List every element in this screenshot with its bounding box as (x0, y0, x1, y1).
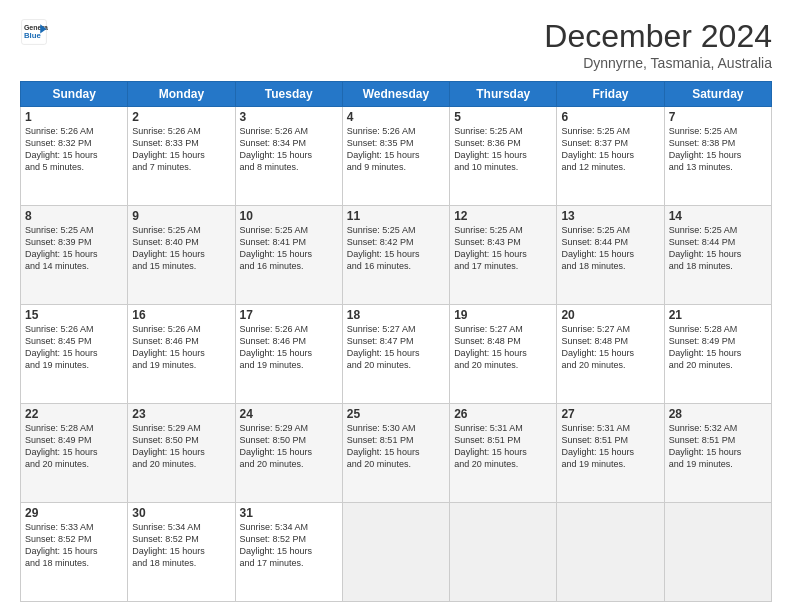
day-number: 19 (454, 308, 552, 322)
day-number: 21 (669, 308, 767, 322)
day-info: Sunrise: 5:32 AM Sunset: 8:51 PM Dayligh… (669, 422, 767, 471)
day-number: 7 (669, 110, 767, 124)
day-info: Sunrise: 5:25 AM Sunset: 8:36 PM Dayligh… (454, 125, 552, 174)
calendar-cell: 1Sunrise: 5:26 AM Sunset: 8:32 PM Daylig… (21, 107, 128, 206)
calendar-cell (342, 503, 449, 602)
day-info: Sunrise: 5:34 AM Sunset: 8:52 PM Dayligh… (132, 521, 230, 570)
day-number: 2 (132, 110, 230, 124)
logo-icon: General Blue (20, 18, 48, 46)
calendar-cell (557, 503, 664, 602)
calendar-cell: 6Sunrise: 5:25 AM Sunset: 8:37 PM Daylig… (557, 107, 664, 206)
day-number: 1 (25, 110, 123, 124)
day-info: Sunrise: 5:29 AM Sunset: 8:50 PM Dayligh… (240, 422, 338, 471)
day-number: 29 (25, 506, 123, 520)
week-row-1: 1Sunrise: 5:26 AM Sunset: 8:32 PM Daylig… (21, 107, 772, 206)
day-number: 12 (454, 209, 552, 223)
calendar-cell: 25Sunrise: 5:30 AM Sunset: 8:51 PM Dayli… (342, 404, 449, 503)
calendar-cell: 2Sunrise: 5:26 AM Sunset: 8:33 PM Daylig… (128, 107, 235, 206)
day-info: Sunrise: 5:25 AM Sunset: 8:38 PM Dayligh… (669, 125, 767, 174)
calendar-cell: 27Sunrise: 5:31 AM Sunset: 8:51 PM Dayli… (557, 404, 664, 503)
day-number: 10 (240, 209, 338, 223)
calendar-cell: 24Sunrise: 5:29 AM Sunset: 8:50 PM Dayli… (235, 404, 342, 503)
day-number: 17 (240, 308, 338, 322)
calendar-cell: 29Sunrise: 5:33 AM Sunset: 8:52 PM Dayli… (21, 503, 128, 602)
calendar-cell: 26Sunrise: 5:31 AM Sunset: 8:51 PM Dayli… (450, 404, 557, 503)
weekday-header-saturday: Saturday (664, 82, 771, 107)
day-info: Sunrise: 5:27 AM Sunset: 8:48 PM Dayligh… (454, 323, 552, 372)
day-info: Sunrise: 5:26 AM Sunset: 8:46 PM Dayligh… (132, 323, 230, 372)
day-info: Sunrise: 5:26 AM Sunset: 8:34 PM Dayligh… (240, 125, 338, 174)
day-number: 8 (25, 209, 123, 223)
calendar-cell: 22Sunrise: 5:28 AM Sunset: 8:49 PM Dayli… (21, 404, 128, 503)
day-info: Sunrise: 5:26 AM Sunset: 8:46 PM Dayligh… (240, 323, 338, 372)
day-number: 31 (240, 506, 338, 520)
svg-text:Blue: Blue (24, 31, 42, 40)
day-number: 20 (561, 308, 659, 322)
day-info: Sunrise: 5:33 AM Sunset: 8:52 PM Dayligh… (25, 521, 123, 570)
day-info: Sunrise: 5:25 AM Sunset: 8:40 PM Dayligh… (132, 224, 230, 273)
page: General Blue December 2024 Dynnyrne, Tas… (0, 0, 792, 612)
calendar-cell: 9Sunrise: 5:25 AM Sunset: 8:40 PM Daylig… (128, 206, 235, 305)
day-number: 13 (561, 209, 659, 223)
weekday-header-friday: Friday (557, 82, 664, 107)
title-block: December 2024 Dynnyrne, Tasmania, Austra… (544, 18, 772, 71)
calendar-cell: 28Sunrise: 5:32 AM Sunset: 8:51 PM Dayli… (664, 404, 771, 503)
day-info: Sunrise: 5:26 AM Sunset: 8:32 PM Dayligh… (25, 125, 123, 174)
day-number: 6 (561, 110, 659, 124)
day-info: Sunrise: 5:27 AM Sunset: 8:48 PM Dayligh… (561, 323, 659, 372)
week-row-5: 29Sunrise: 5:33 AM Sunset: 8:52 PM Dayli… (21, 503, 772, 602)
weekday-header-monday: Monday (128, 82, 235, 107)
calendar-cell: 23Sunrise: 5:29 AM Sunset: 8:50 PM Dayli… (128, 404, 235, 503)
calendar-cell (450, 503, 557, 602)
day-number: 11 (347, 209, 445, 223)
day-number: 9 (132, 209, 230, 223)
day-info: Sunrise: 5:25 AM Sunset: 8:43 PM Dayligh… (454, 224, 552, 273)
weekday-header-thursday: Thursday (450, 82, 557, 107)
day-number: 24 (240, 407, 338, 421)
calendar-cell: 5Sunrise: 5:25 AM Sunset: 8:36 PM Daylig… (450, 107, 557, 206)
day-info: Sunrise: 5:25 AM Sunset: 8:41 PM Dayligh… (240, 224, 338, 273)
day-number: 22 (25, 407, 123, 421)
day-number: 5 (454, 110, 552, 124)
calendar-cell: 20Sunrise: 5:27 AM Sunset: 8:48 PM Dayli… (557, 305, 664, 404)
day-info: Sunrise: 5:29 AM Sunset: 8:50 PM Dayligh… (132, 422, 230, 471)
day-number: 3 (240, 110, 338, 124)
month-title: December 2024 (544, 18, 772, 55)
calendar-table: SundayMondayTuesdayWednesdayThursdayFrid… (20, 81, 772, 602)
day-number: 18 (347, 308, 445, 322)
day-info: Sunrise: 5:26 AM Sunset: 8:33 PM Dayligh… (132, 125, 230, 174)
day-number: 15 (25, 308, 123, 322)
day-number: 26 (454, 407, 552, 421)
calendar-cell: 19Sunrise: 5:27 AM Sunset: 8:48 PM Dayli… (450, 305, 557, 404)
weekday-header-tuesday: Tuesday (235, 82, 342, 107)
location-subtitle: Dynnyrne, Tasmania, Australia (544, 55, 772, 71)
week-row-2: 8Sunrise: 5:25 AM Sunset: 8:39 PM Daylig… (21, 206, 772, 305)
calendar-cell: 10Sunrise: 5:25 AM Sunset: 8:41 PM Dayli… (235, 206, 342, 305)
day-info: Sunrise: 5:34 AM Sunset: 8:52 PM Dayligh… (240, 521, 338, 570)
calendar-cell: 15Sunrise: 5:26 AM Sunset: 8:45 PM Dayli… (21, 305, 128, 404)
day-info: Sunrise: 5:26 AM Sunset: 8:45 PM Dayligh… (25, 323, 123, 372)
calendar-cell: 16Sunrise: 5:26 AM Sunset: 8:46 PM Dayli… (128, 305, 235, 404)
calendar-cell: 31Sunrise: 5:34 AM Sunset: 8:52 PM Dayli… (235, 503, 342, 602)
calendar-cell: 8Sunrise: 5:25 AM Sunset: 8:39 PM Daylig… (21, 206, 128, 305)
day-number: 27 (561, 407, 659, 421)
calendar-cell: 11Sunrise: 5:25 AM Sunset: 8:42 PM Dayli… (342, 206, 449, 305)
day-info: Sunrise: 5:26 AM Sunset: 8:35 PM Dayligh… (347, 125, 445, 174)
day-number: 30 (132, 506, 230, 520)
calendar-cell: 14Sunrise: 5:25 AM Sunset: 8:44 PM Dayli… (664, 206, 771, 305)
day-number: 23 (132, 407, 230, 421)
weekday-header-wednesday: Wednesday (342, 82, 449, 107)
week-row-3: 15Sunrise: 5:26 AM Sunset: 8:45 PM Dayli… (21, 305, 772, 404)
day-info: Sunrise: 5:30 AM Sunset: 8:51 PM Dayligh… (347, 422, 445, 471)
logo: General Blue (20, 18, 48, 46)
day-info: Sunrise: 5:25 AM Sunset: 8:39 PM Dayligh… (25, 224, 123, 273)
calendar-cell: 3Sunrise: 5:26 AM Sunset: 8:34 PM Daylig… (235, 107, 342, 206)
calendar-cell: 4Sunrise: 5:26 AM Sunset: 8:35 PM Daylig… (342, 107, 449, 206)
day-info: Sunrise: 5:25 AM Sunset: 8:44 PM Dayligh… (561, 224, 659, 273)
day-number: 25 (347, 407, 445, 421)
calendar-cell: 18Sunrise: 5:27 AM Sunset: 8:47 PM Dayli… (342, 305, 449, 404)
calendar-cell: 7Sunrise: 5:25 AM Sunset: 8:38 PM Daylig… (664, 107, 771, 206)
calendar-cell: 17Sunrise: 5:26 AM Sunset: 8:46 PM Dayli… (235, 305, 342, 404)
day-info: Sunrise: 5:25 AM Sunset: 8:44 PM Dayligh… (669, 224, 767, 273)
calendar-cell (664, 503, 771, 602)
